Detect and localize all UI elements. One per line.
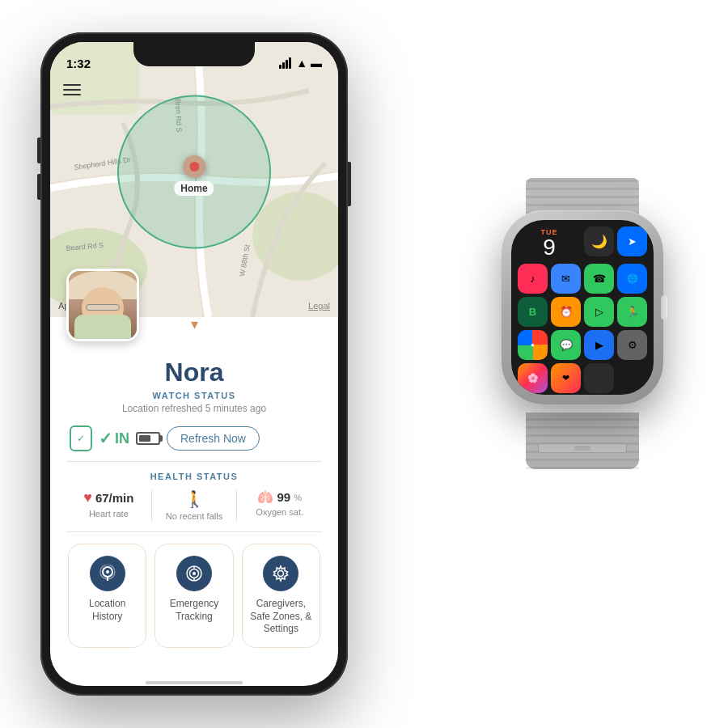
oxygen-item: 🫁 99 % Oxygen sat. <box>237 489 322 522</box>
watch-app-icon: ♪ <box>530 273 535 285</box>
phone-device: Shepherd Hills Dr Beard Rd S W 88th St B… <box>40 32 348 696</box>
oxygen-value: 99 <box>277 490 290 504</box>
watch-app-item[interactable]: ▷ <box>584 297 614 327</box>
health-row: ♥ 67/min Heart rate 🚶 No recent falls <box>66 489 322 522</box>
status-icons: ▲ ▬ <box>279 57 322 70</box>
chevron-down-icon[interactable]: ▾ <box>191 315 198 333</box>
volume-up-button <box>37 138 40 163</box>
lungs-icon: 🫁 <box>257 489 273 505</box>
scene: Shepherd Hills Dr Beard Rd S W 88th St B… <box>16 16 712 712</box>
location-history-label: Location History <box>75 598 139 623</box>
oxygen-icon-row: 🫁 99 % <box>257 489 301 505</box>
watch-app-icon: ❤ <box>562 373 569 383</box>
watch-app-icon: 🌸 <box>527 373 539 383</box>
hamburger-line-3 <box>63 94 81 95</box>
watch-app-icon: ▷ <box>595 306 603 318</box>
watch-app-icon: 🏃 <box>626 306 639 318</box>
in-label: IN <box>115 430 129 447</box>
watch-app-item[interactable]: 💬 <box>551 330 581 360</box>
apple-watch-device: TUE 9 🌙 ➤ ♪ ✉ ☎ 🌐 B ⏰ ▷ 🏃 ● 💬 <box>461 178 704 469</box>
home-indicator <box>146 681 243 684</box>
pin-dot <box>183 155 205 178</box>
pin-label: Home <box>174 181 214 196</box>
health-status-label: HEALTH STATUS <box>66 472 322 481</box>
watch-app-item[interactable]: 🏃 <box>617 297 647 327</box>
watch-time-area: TUE 9 <box>518 226 581 260</box>
emergency-tracking-card[interactable]: Emergency Tracking <box>154 544 233 648</box>
cards-row: Location History Emergenc <box>66 544 322 648</box>
status-in-indicator: ✓ IN <box>99 429 129 448</box>
watch-app-photos[interactable]: 🌸 <box>518 363 548 393</box>
settings-label: Caregivers, Safe Zones, & Settings <box>249 598 313 636</box>
heart-icon: ♥ <box>83 489 92 506</box>
heart-rate-value: 67/min <box>95 491 134 505</box>
wifi-icon: ▲ <box>296 57 307 70</box>
watch-app-icon: ▶ <box>595 339 603 351</box>
watch-app-icon: ➤ <box>628 235 637 248</box>
refresh-now-button[interactable]: Refresh Now <box>167 426 260 451</box>
status-row: ✓ IN Refresh Now <box>66 425 322 451</box>
checkmark-icon: ✓ <box>99 429 112 448</box>
battery-body <box>136 432 160 445</box>
watch-app-item[interactable]: B <box>518 297 548 327</box>
battery-level-icon <box>136 432 160 445</box>
watch-status-label: WATCH STATUS <box>66 391 322 400</box>
settings-card[interactable]: Caregivers, Safe Zones, & Settings <box>242 544 320 648</box>
divider-1 <box>66 461 322 462</box>
watch-app-item[interactable]: 🌙 <box>584 226 614 256</box>
radar-svg-icon <box>185 565 203 582</box>
watch-app-icon: ● <box>531 341 535 349</box>
watch-app-icon: B <box>529 306 536 318</box>
oxygen-label: Oxygen sat. <box>256 506 303 518</box>
power-button <box>348 162 351 206</box>
watch-crown <box>661 295 667 320</box>
watch-app-icon: 💬 <box>560 339 573 351</box>
watch-app-item[interactable]: ♪ <box>518 264 548 294</box>
watch-band-bottom <box>526 413 639 469</box>
watch-app-item[interactable]: ▶ <box>584 330 614 360</box>
heart-rate-label: Heart rate <box>89 508 129 519</box>
battery-status-icon: ▬ <box>311 57 322 70</box>
falls-label: No recent falls <box>166 510 222 522</box>
watch-app-item[interactable]: 🌐 <box>617 264 647 294</box>
avatar-glasses <box>86 304 120 311</box>
watch-clasp <box>538 443 627 453</box>
watch-app-empty <box>584 363 614 393</box>
svg-point-14 <box>193 572 196 575</box>
watch-app-icon: ✉ <box>561 273 570 285</box>
signal-icon <box>279 57 291 69</box>
hamburger-line-2 <box>63 89 81 91</box>
watch-app-item[interactable]: ☎ <box>584 264 614 294</box>
walk-icon: 🚶 <box>184 489 205 509</box>
location-history-icon <box>90 556 125 591</box>
heart-rate-item: ♥ 67/min Heart rate <box>66 489 152 522</box>
location-history-card[interactable]: Location History <box>68 544 146 648</box>
oxygen-unit: % <box>294 493 302 502</box>
pin-svg-icon <box>99 565 116 582</box>
watch-app-item[interactable]: ⏰ <box>551 297 581 327</box>
hamburger-line-1 <box>63 84 81 86</box>
person-name: Nora <box>66 353 322 387</box>
watch-date-label: 9 <box>543 236 556 259</box>
watch-app-icon: ⚙ <box>628 339 637 351</box>
falls-icon-row: 🚶 <box>184 489 205 509</box>
watch-app-icon: 🌙 <box>591 234 607 249</box>
watch-app-item[interactable]: ➤ <box>617 226 647 256</box>
emergency-tracking-icon <box>176 556 212 591</box>
map-location-pin: Home <box>174 155 214 196</box>
watch-screen: TUE 9 🌙 ➤ ♪ ✉ ☎ 🌐 B ⏰ ▷ 🏃 ● 💬 <box>511 220 654 395</box>
watch-body: TUE 9 🌙 ➤ ♪ ✉ ☎ 🌐 B ⏰ ▷ 🏃 ● 💬 <box>502 210 663 404</box>
settings-icon <box>263 556 298 591</box>
volume-down-button <box>37 174 40 200</box>
watch-app-icon: ☎ <box>593 273 606 285</box>
watch-app-item[interactable]: ✉ <box>551 264 581 294</box>
clasp-detail <box>574 446 590 451</box>
hamburger-menu[interactable] <box>63 84 81 95</box>
watch-app-activity[interactable]: ● <box>518 330 548 360</box>
watch-app-item[interactable]: ❤ <box>551 363 581 393</box>
status-time: 1:32 <box>66 57 91 70</box>
watch-connected-icon <box>70 425 92 451</box>
phone-screen: Shepherd Hills Dr Beard Rd S W 88th St B… <box>50 42 338 686</box>
watch-app-item[interactable]: ⚙ <box>617 330 647 360</box>
watch-app-icon: 🌐 <box>627 273 638 284</box>
